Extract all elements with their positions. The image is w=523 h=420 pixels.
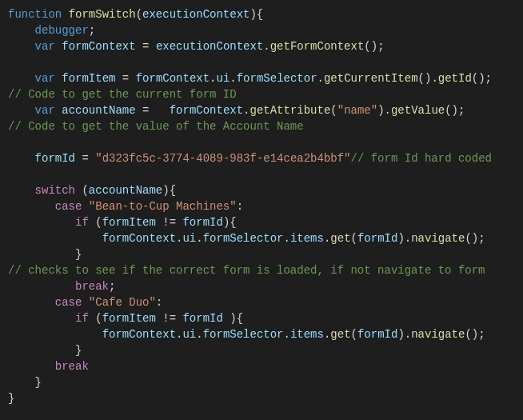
- code-token: var: [35, 104, 55, 117]
- code-token: [55, 40, 62, 53]
- code-token: items: [290, 232, 324, 245]
- code-token: ).: [377, 104, 391, 117]
- code-token: }: [75, 344, 82, 357]
- code-token: var: [35, 40, 55, 53]
- code-token: // Code to get the value of the Account …: [8, 120, 304, 133]
- code-token: .: [317, 72, 324, 85]
- code-token: [55, 104, 62, 117]
- code-token: (: [136, 8, 142, 21]
- code-token: formId: [182, 216, 222, 229]
- code-token: ();: [465, 328, 485, 341]
- code-token: [55, 72, 62, 85]
- code-token: getId: [438, 72, 472, 85]
- code-line: break;: [8, 278, 515, 294]
- code-token: [8, 232, 102, 245]
- code-token: .: [196, 232, 202, 245]
- code-token: ;: [89, 24, 95, 37]
- code-token: getValue: [391, 104, 445, 117]
- code-token: .: [263, 40, 269, 53]
- code-token: [8, 216, 75, 229]
- code-token: formContext: [62, 40, 135, 53]
- code-line: var accountName = formContext.getAttribu…: [8, 102, 515, 118]
- code-token: formSelector: [237, 72, 317, 85]
- code-token: case: [55, 296, 82, 309]
- code-line: var formContext = executionContext.getFo…: [8, 38, 515, 54]
- code-line: formId = "d323fc5c-3774-4089-983f-e14cea…: [8, 150, 515, 166]
- code-token: [8, 248, 75, 261]
- code-token: formId: [35, 152, 75, 165]
- code-token: !=: [156, 216, 183, 229]
- code-token: navigate: [411, 328, 465, 341]
- code-token: [8, 136, 14, 149]
- code-line: debugger;: [8, 22, 515, 38]
- code-token: executionContext: [142, 8, 250, 21]
- code-token: .: [196, 328, 202, 341]
- code-token: ).: [397, 328, 411, 341]
- code-line: var formItem = formContext.ui.formSelect…: [8, 70, 515, 86]
- code-token: ){: [250, 8, 263, 21]
- code-token: executionContext: [156, 40, 263, 53]
- code-token: ().: [418, 72, 438, 85]
- code-token: [8, 104, 35, 117]
- code-token: [8, 280, 75, 293]
- code-token: "Bean-to-Cup Machines": [89, 200, 237, 213]
- code-line: }: [8, 374, 515, 390]
- code-token: ();: [445, 104, 465, 117]
- code-token: .: [230, 72, 236, 85]
- code-token: [8, 184, 35, 197]
- code-token: navigate: [411, 232, 465, 245]
- code-token: [8, 376, 35, 389]
- code-token: // Code to get the current form ID: [8, 88, 237, 101]
- code-token: (: [89, 216, 102, 229]
- code-line: if (formItem != formId ){: [8, 310, 515, 326]
- code-token: }: [35, 376, 42, 389]
- code-token: accountName: [62, 104, 135, 117]
- code-token: :: [156, 296, 162, 309]
- code-line: case "Cafe Duo":: [8, 294, 515, 310]
- code-token: formItem: [62, 72, 115, 85]
- code-line: }: [8, 342, 515, 358]
- code-token: getCurrentItem: [324, 72, 418, 85]
- code-token: debugger: [35, 24, 89, 37]
- code-token: [8, 296, 55, 309]
- code-token: switch: [35, 184, 75, 197]
- code-token: formContext: [102, 232, 176, 245]
- code-editor[interactable]: function formSwitch(executionContext){ d…: [0, 0, 523, 413]
- code-line: [8, 134, 515, 150]
- code-token: [8, 328, 102, 341]
- code-line: formContext.ui.formSelector.items.get(fo…: [8, 326, 515, 342]
- code-token: accountName: [89, 184, 162, 197]
- code-token: if: [75, 312, 89, 325]
- code-token: ui: [182, 328, 196, 341]
- code-token: .: [284, 328, 290, 341]
- code-line: if (formItem != formId){: [8, 214, 515, 230]
- code-token: (: [330, 104, 337, 117]
- code-token: var: [35, 72, 55, 85]
- code-line: function formSwitch(executionContext){: [8, 6, 515, 22]
- code-token: getFormContext: [270, 40, 365, 53]
- code-token: =: [75, 152, 95, 165]
- code-token: ();: [465, 232, 485, 245]
- code-line: break: [8, 358, 515, 374]
- code-token: =: [136, 40, 156, 53]
- code-token: if: [75, 216, 89, 229]
- code-token: .: [210, 72, 216, 85]
- code-token: case: [55, 200, 82, 213]
- code-token: [8, 312, 75, 325]
- code-line: }: [8, 390, 515, 406]
- code-token: ;: [109, 280, 115, 293]
- code-token: [8, 152, 35, 165]
- code-token: ui: [217, 72, 230, 85]
- code-token: }: [8, 392, 14, 405]
- code-token: [62, 8, 68, 21]
- code-token: ();: [364, 40, 384, 53]
- code-token: get: [330, 328, 350, 341]
- code-line: [8, 54, 515, 70]
- code-token: formItem: [102, 216, 156, 229]
- code-token: [8, 72, 35, 85]
- code-token: ){: [223, 312, 243, 325]
- code-token: [8, 56, 14, 69]
- code-token: // form Id hard coded: [351, 152, 492, 165]
- code-token: formContext: [170, 104, 243, 117]
- code-line: [8, 166, 515, 182]
